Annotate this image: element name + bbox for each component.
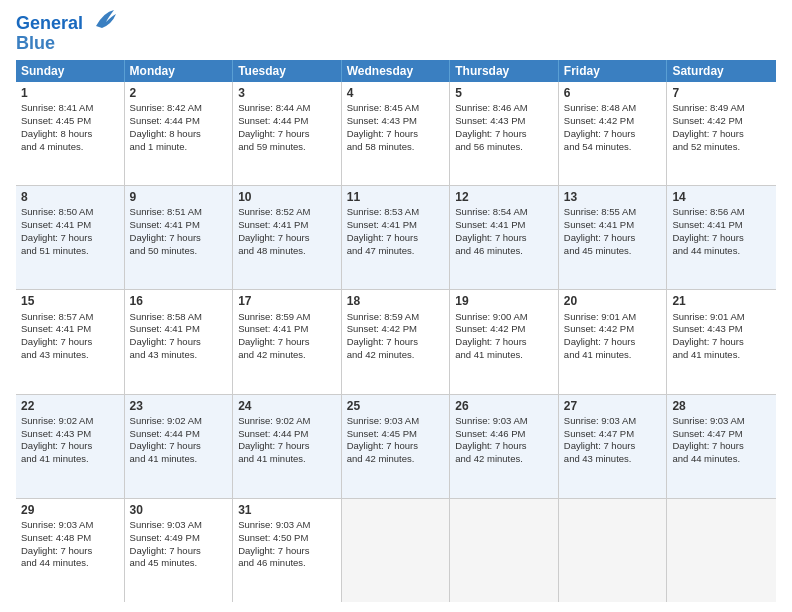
day-info-line: Sunrise: 8:54 AM [455, 206, 553, 219]
day-info-line: Sunset: 4:41 PM [238, 219, 336, 232]
day-number: 27 [564, 398, 662, 414]
day-info-line: and 56 minutes. [455, 141, 553, 154]
day-info-line: Sunrise: 8:51 AM [130, 206, 228, 219]
day-number: 13 [564, 189, 662, 205]
day-number: 28 [672, 398, 771, 414]
calendar-cell-25: 25Sunrise: 9:03 AMSunset: 4:45 PMDayligh… [342, 395, 451, 498]
day-info-line: Sunrise: 8:59 AM [238, 311, 336, 324]
day-info-line: Sunset: 4:43 PM [455, 115, 553, 128]
calendar-cell-9: 9Sunrise: 8:51 AMSunset: 4:41 PMDaylight… [125, 186, 234, 289]
calendar-cell-26: 26Sunrise: 9:03 AMSunset: 4:46 PMDayligh… [450, 395, 559, 498]
day-info-line: and 51 minutes. [21, 245, 119, 258]
day-number: 11 [347, 189, 445, 205]
header-cell-friday: Friday [559, 60, 668, 82]
day-info-line: Sunset: 4:42 PM [564, 323, 662, 336]
day-info-line: Sunrise: 8:41 AM [21, 102, 119, 115]
day-info-line: Sunset: 4:41 PM [21, 323, 119, 336]
day-number: 5 [455, 85, 553, 101]
day-number: 15 [21, 293, 119, 309]
day-info-line: and 41 minutes. [130, 453, 228, 466]
calendar-cell-31: 31Sunrise: 9:03 AMSunset: 4:50 PMDayligh… [233, 499, 342, 602]
day-info-line: and 42 minutes. [347, 349, 445, 362]
day-info-line: Daylight: 7 hours [130, 545, 228, 558]
day-info-line: Daylight: 8 hours [21, 128, 119, 141]
day-info-line: Daylight: 7 hours [347, 128, 445, 141]
day-info-line: Daylight: 7 hours [347, 440, 445, 453]
day-info-line: Sunset: 4:45 PM [347, 428, 445, 441]
day-info-line: Sunrise: 8:56 AM [672, 206, 771, 219]
day-info-line: Sunrise: 9:03 AM [21, 519, 119, 532]
calendar-cell-18: 18Sunrise: 8:59 AMSunset: 4:42 PMDayligh… [342, 290, 451, 393]
day-info-line: Daylight: 7 hours [564, 232, 662, 245]
day-info-line: Sunset: 4:41 PM [347, 219, 445, 232]
day-info-line: Daylight: 7 hours [455, 336, 553, 349]
header-cell-saturday: Saturday [667, 60, 776, 82]
calendar-cell-empty [342, 499, 451, 602]
day-info-line: Sunset: 4:46 PM [455, 428, 553, 441]
day-info-line: and 46 minutes. [455, 245, 553, 258]
logo-text-blue: Blue [16, 34, 116, 52]
day-info-line: Sunrise: 8:46 AM [455, 102, 553, 115]
day-number: 31 [238, 502, 336, 518]
day-info-line: Daylight: 7 hours [21, 545, 119, 558]
calendar-cell-empty [450, 499, 559, 602]
header-cell-wednesday: Wednesday [342, 60, 451, 82]
day-info-line: Sunrise: 8:59 AM [347, 311, 445, 324]
day-info-line: Sunrise: 9:00 AM [455, 311, 553, 324]
day-info-line: and 43 minutes. [21, 349, 119, 362]
header-cell-tuesday: Tuesday [233, 60, 342, 82]
day-info-line: and 41 minutes. [21, 453, 119, 466]
day-info-line: Daylight: 7 hours [238, 440, 336, 453]
day-info-line: and 45 minutes. [564, 245, 662, 258]
day-info-line: Sunrise: 9:03 AM [455, 415, 553, 428]
calendar-row-week-1: 1Sunrise: 8:41 AMSunset: 4:45 PMDaylight… [16, 82, 776, 186]
calendar-cell-7: 7Sunrise: 8:49 AMSunset: 4:42 PMDaylight… [667, 82, 776, 185]
calendar-header: SundayMondayTuesdayWednesdayThursdayFrid… [16, 60, 776, 82]
day-info-line: Sunrise: 8:55 AM [564, 206, 662, 219]
day-info-line: Sunset: 4:41 PM [238, 323, 336, 336]
day-info-line: Daylight: 7 hours [21, 440, 119, 453]
calendar-cell-27: 27Sunrise: 9:03 AMSunset: 4:47 PMDayligh… [559, 395, 668, 498]
day-info-line: Sunrise: 8:44 AM [238, 102, 336, 115]
logo: General Blue [16, 12, 116, 52]
day-info-line: Daylight: 7 hours [672, 128, 771, 141]
calendar-row-week-4: 22Sunrise: 9:02 AMSunset: 4:43 PMDayligh… [16, 395, 776, 499]
day-number: 20 [564, 293, 662, 309]
day-info-line: and 42 minutes. [455, 453, 553, 466]
day-info-line: Daylight: 8 hours [130, 128, 228, 141]
day-info-line: and 1 minute. [130, 141, 228, 154]
day-info-line: Daylight: 7 hours [238, 545, 336, 558]
day-info-line: Sunset: 4:42 PM [564, 115, 662, 128]
calendar-cell-30: 30Sunrise: 9:03 AMSunset: 4:49 PMDayligh… [125, 499, 234, 602]
calendar-cell-23: 23Sunrise: 9:02 AMSunset: 4:44 PMDayligh… [125, 395, 234, 498]
day-info-line: Daylight: 7 hours [347, 336, 445, 349]
day-info-line: Sunset: 4:42 PM [672, 115, 771, 128]
day-number: 7 [672, 85, 771, 101]
day-info-line: Daylight: 7 hours [672, 232, 771, 245]
day-number: 26 [455, 398, 553, 414]
day-info-line: Sunrise: 8:49 AM [672, 102, 771, 115]
day-info-line: Daylight: 7 hours [455, 440, 553, 453]
day-number: 19 [455, 293, 553, 309]
day-info-line: Sunset: 4:43 PM [21, 428, 119, 441]
day-info-line: Sunset: 4:41 PM [455, 219, 553, 232]
calendar-cell-21: 21Sunrise: 9:01 AMSunset: 4:43 PMDayligh… [667, 290, 776, 393]
calendar-cell-22: 22Sunrise: 9:02 AMSunset: 4:43 PMDayligh… [16, 395, 125, 498]
day-number: 18 [347, 293, 445, 309]
day-info-line: and 47 minutes. [347, 245, 445, 258]
day-info-line: Daylight: 7 hours [455, 232, 553, 245]
day-info-line: and 42 minutes. [347, 453, 445, 466]
day-info-line: Daylight: 7 hours [672, 440, 771, 453]
calendar-cell-empty [667, 499, 776, 602]
day-info-line: Daylight: 7 hours [238, 336, 336, 349]
day-info-line: Sunset: 4:48 PM [21, 532, 119, 545]
day-info-line: Sunset: 4:43 PM [672, 323, 771, 336]
day-info-line: Sunrise: 9:03 AM [347, 415, 445, 428]
day-info-line: Daylight: 7 hours [130, 232, 228, 245]
day-info-line: and 44 minutes. [672, 453, 771, 466]
day-number: 14 [672, 189, 771, 205]
day-number: 25 [347, 398, 445, 414]
calendar-row-week-2: 8Sunrise: 8:50 AMSunset: 4:41 PMDaylight… [16, 186, 776, 290]
day-info-line: and 41 minutes. [455, 349, 553, 362]
day-number: 1 [21, 85, 119, 101]
